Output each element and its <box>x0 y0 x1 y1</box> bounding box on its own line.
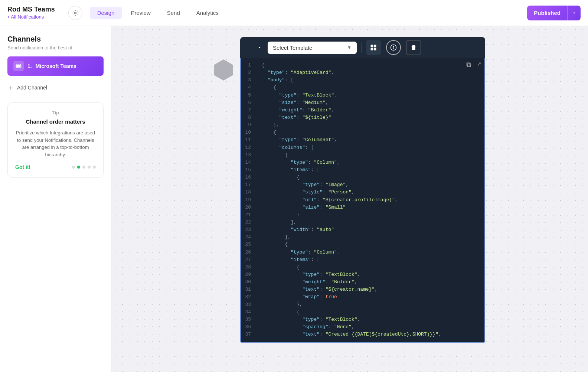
content-area: Select Template ▼ <box>111 26 588 372</box>
dot-1 <box>77 166 80 169</box>
channel-item-teams[interactable]: 1. Microsoft Teams <box>7 56 104 76</box>
published-button[interactable]: Published <box>527 6 581 20</box>
svg-rect-5 <box>371 48 373 50</box>
template-chevron-icon: ▼ <box>347 45 352 50</box>
main-layout: Channels Send notification to the best o… <box>0 26 588 372</box>
tip-text: Prioritize which Integrations are used t… <box>15 129 96 158</box>
code-content: { "type": "AdaptiveCard", "body": [ { "t… <box>257 58 484 342</box>
svg-point-2 <box>20 64 21 65</box>
channels-subtitle: Send notification to the best of <box>7 45 104 50</box>
svg-rect-6 <box>374 48 376 50</box>
tab-preview[interactable]: Preview <box>123 7 158 19</box>
add-channel-label: Add Channel <box>17 85 47 91</box>
tab-design[interactable]: Design <box>90 7 122 19</box>
line-numbers: 12345 678910 1112131415 1617181920 21222… <box>241 58 257 342</box>
svg-rect-3 <box>371 45 373 48</box>
hex-shape <box>214 59 233 81</box>
sidebar: Channels Send notification to the best o… <box>0 26 111 372</box>
editor-panel: Select Template ▼ <box>240 37 485 343</box>
code-editor[interactable]: ⧉ ⤢ 12345 678910 1112131415 1617181920 2… <box>240 58 485 343</box>
channel-name: Microsoft Teams <box>36 63 76 69</box>
back-link[interactable]: All Notifications <box>7 13 55 20</box>
editor-toolbar: Select Template ▼ <box>240 37 485 58</box>
template-select-label: Select Template <box>273 45 312 51</box>
tip-card: Tip Channel order matters Prioritize whi… <box>7 102 104 178</box>
svg-point-0 <box>74 12 76 14</box>
nav-tabs: Design Preview Send Analytics <box>90 7 226 19</box>
tip-label: Tip <box>15 110 96 115</box>
dot-2 <box>82 166 85 169</box>
published-dropdown-arrow[interactable] <box>567 6 581 20</box>
info-button[interactable] <box>386 40 401 55</box>
top-nav: Rod MS Teams All Notifications Design Pr… <box>0 0 588 26</box>
copy-button[interactable]: ⧉ <box>466 61 471 69</box>
channel-number: 1. <box>27 63 32 69</box>
svg-rect-1 <box>16 65 20 68</box>
app-title: Rod MS Teams <box>7 6 55 13</box>
published-label: Published <box>527 6 567 20</box>
tab-send[interactable]: Send <box>160 7 187 19</box>
dot-4 <box>93 166 96 169</box>
nav-title-block: Rod MS Teams All Notifications <box>7 6 55 20</box>
channels-section: Channels Send notification to the best o… <box>7 35 104 50</box>
plus-icon: ＋ <box>7 83 14 92</box>
got-it-button[interactable]: Got it! <box>15 164 30 170</box>
template-list-button[interactable] <box>366 40 381 55</box>
expand-button[interactable]: ⤢ <box>477 61 481 67</box>
svg-rect-4 <box>374 45 376 48</box>
dot-0 <box>72 166 75 169</box>
tip-pagination-dots <box>72 166 96 169</box>
filter-button[interactable] <box>245 43 265 52</box>
toolbar-separator <box>361 42 362 53</box>
delete-button[interactable] <box>406 40 421 55</box>
channels-title: Channels <box>7 35 104 43</box>
code-editor-inner: 12345 678910 1112131415 1617181920 21222… <box>241 58 484 342</box>
settings-button[interactable] <box>68 6 82 20</box>
dot-3 <box>88 166 91 169</box>
add-channel-button[interactable]: ＋ Add Channel <box>7 82 104 94</box>
tip-footer: Got it! <box>15 164 96 170</box>
tip-title: Channel order matters <box>15 118 96 125</box>
teams-icon <box>13 61 24 71</box>
tab-analytics[interactable]: Analytics <box>189 7 226 19</box>
template-select[interactable]: Select Template ▼ <box>268 42 357 54</box>
